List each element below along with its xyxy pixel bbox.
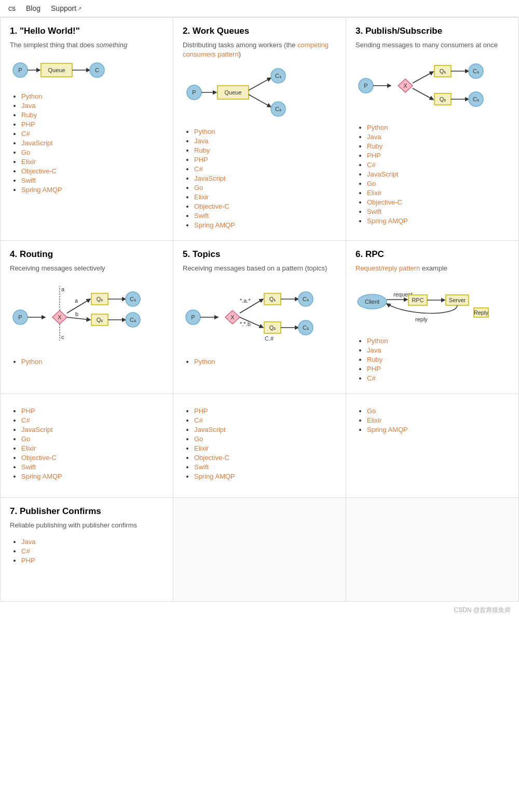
lang-ruby[interactable]: Ruby [367, 142, 383, 150]
lang-python[interactable]: Python [21, 358, 42, 366]
lang-objectivec[interactable]: Objective-C [21, 167, 57, 175]
lang-elixir[interactable]: Elixir [367, 416, 381, 424]
svg-text:X: X [230, 314, 235, 320]
lang-java[interactable]: Java [21, 538, 35, 546]
cell3-diagram: P X Q₁ Q₂ C₁ [356, 57, 509, 116]
lang-elixir[interactable]: Elixir [21, 158, 36, 166]
cell5-diagram: P X *.a.* *.*.b Q₁ Q₂ [183, 281, 336, 350]
lang-javascript[interactable]: JavaScript [367, 170, 399, 178]
lang-swift[interactable]: Swift [194, 463, 209, 471]
lang-php[interactable]: PHP [194, 407, 208, 415]
lang-python[interactable]: Python [21, 92, 42, 100]
lang-java[interactable]: Java [367, 346, 381, 354]
cell6-diagram: Client request RPC Server Reply reply [356, 281, 509, 329]
svg-text:P: P [191, 314, 195, 320]
lang-javascript[interactable]: JavaScript [21, 139, 53, 147]
external-icon: ↗ [77, 6, 81, 11]
cell-routing-lower: PHP C# JavaScript Go Elixir Objective-C … [1, 394, 173, 498]
cell2-diagram: P Queue C₁ C₂ [183, 66, 336, 120]
cell7-title: 7. Publisher Confirms [10, 506, 163, 517]
lang-csharp[interactable]: C# [21, 547, 30, 555]
lang-php[interactable]: PHP [367, 365, 381, 373]
lang-objectivec[interactable]: Objective-C [367, 198, 402, 206]
nav-blog[interactable]: Blog [26, 4, 40, 12]
lang-java[interactable]: Java [21, 102, 35, 110]
lang-go[interactable]: Go [194, 184, 203, 192]
svg-text:C.#: C.# [265, 335, 274, 342]
lang-java[interactable]: Java [367, 133, 381, 141]
competing-consumers-link[interactable]: competing consumers pattern [183, 41, 329, 58]
lang-spring[interactable]: Spring AMQP [367, 217, 408, 225]
lang-java[interactable]: Java [194, 137, 208, 145]
lang-swift[interactable]: Swift [21, 463, 36, 471]
lang-objectivec[interactable]: Objective-C [194, 202, 229, 210]
svg-text:P: P [18, 67, 22, 73]
lang-ruby[interactable]: Ruby [194, 146, 210, 154]
lang-csharp[interactable]: C# [367, 161, 376, 169]
svg-text:Client: Client [365, 299, 379, 305]
svg-text:C₂: C₂ [303, 324, 309, 331]
cell5-lang-list: Python [183, 357, 336, 366]
lang-swift[interactable]: Swift [194, 212, 209, 220]
cell5-title: 5. Topics [183, 249, 336, 260]
lang-elixir[interactable]: Elixir [194, 193, 209, 201]
cell3-lang-list: Python Java Ruby PHP C# JavaScript Go El… [356, 123, 509, 225]
cell6-lower-lang-list: Go Elixir Spring AMQP [356, 407, 509, 434]
lang-csharp[interactable]: C# [367, 374, 376, 382]
lang-spring[interactable]: Spring AMQP [194, 472, 235, 480]
cell-pubsub: 3. Publish/Subscribe Sending messages to… [346, 18, 519, 241]
lang-go[interactable]: Go [367, 180, 376, 187]
nav-support[interactable]: Support ↗ [51, 4, 81, 12]
lang-python[interactable]: Python [367, 337, 388, 345]
lang-objectivec[interactable]: Objective-C [21, 454, 57, 462]
lang-python[interactable]: Python [194, 358, 215, 366]
lang-ruby[interactable]: Ruby [367, 356, 383, 363]
svg-text:Reply: Reply [474, 309, 489, 316]
lang-javascript[interactable]: JavaScript [194, 174, 226, 182]
svg-text:C₁: C₁ [473, 68, 479, 74]
lang-php[interactable]: PHP [21, 557, 35, 564]
lang-spring[interactable]: Spring AMQP [367, 426, 408, 434]
lang-csharp[interactable]: C# [21, 130, 30, 138]
lang-python[interactable]: Python [194, 128, 215, 136]
lang-elixir[interactable]: Elixir [21, 444, 36, 452]
lang-php[interactable]: PHP [194, 156, 208, 164]
lang-elixir[interactable]: Elixir [194, 444, 209, 452]
cell-publisher-confirms: 7. Publisher Confirms Reliable publishin… [1, 498, 173, 602]
svg-text:C₂: C₂ [130, 317, 136, 323]
lang-csharp[interactable]: C# [194, 165, 203, 173]
lang-swift[interactable]: Swift [367, 208, 381, 215]
nav-cs[interactable]: cs [8, 4, 16, 12]
lang-objectivec[interactable]: Objective-C [194, 454, 229, 462]
svg-text:b: b [75, 311, 78, 317]
lang-php[interactable]: PHP [367, 152, 381, 159]
lang-csharp[interactable]: C# [194, 416, 203, 424]
svg-text:a: a [61, 286, 65, 292]
cell4-lang-list: Python [10, 357, 163, 366]
lang-swift[interactable]: Swift [21, 177, 36, 184]
watermark: CSDN @首席摸鱼师 [0, 602, 519, 619]
svg-text:Queue: Queue [48, 67, 65, 73]
lang-spring[interactable]: Spring AMQP [194, 221, 235, 229]
svg-text:C₁: C₁ [275, 73, 281, 79]
lang-csharp[interactable]: C# [21, 416, 30, 424]
cell5-desc: Receiving messages based on a pattern (t… [183, 264, 336, 273]
lang-go[interactable]: Go [194, 435, 203, 443]
svg-text:*.*.b: *.*.b [240, 321, 251, 327]
lang-php[interactable]: PHP [21, 407, 35, 415]
lang-php[interactable]: PHP [21, 120, 35, 128]
lang-ruby[interactable]: Ruby [21, 111, 37, 119]
lang-python[interactable]: Python [367, 124, 388, 131]
lang-go[interactable]: Go [21, 148, 30, 156]
svg-line-13 [249, 78, 271, 90]
lang-javascript[interactable]: JavaScript [194, 426, 226, 434]
request-reply-link[interactable]: Request/reply pattern [356, 264, 420, 272]
svg-text:c: c [61, 334, 64, 340]
lang-javascript[interactable]: JavaScript [21, 426, 53, 434]
lang-elixir[interactable]: Elixir [367, 189, 381, 197]
lang-spring[interactable]: Spring AMQP [21, 186, 62, 194]
lang-go[interactable]: Go [367, 407, 376, 415]
lang-go[interactable]: Go [21, 435, 30, 443]
lang-spring[interactable]: Spring AMQP [21, 472, 62, 480]
cell2-lang-list: Python Java Ruby PHP C# JavaScript Go El… [183, 127, 336, 229]
